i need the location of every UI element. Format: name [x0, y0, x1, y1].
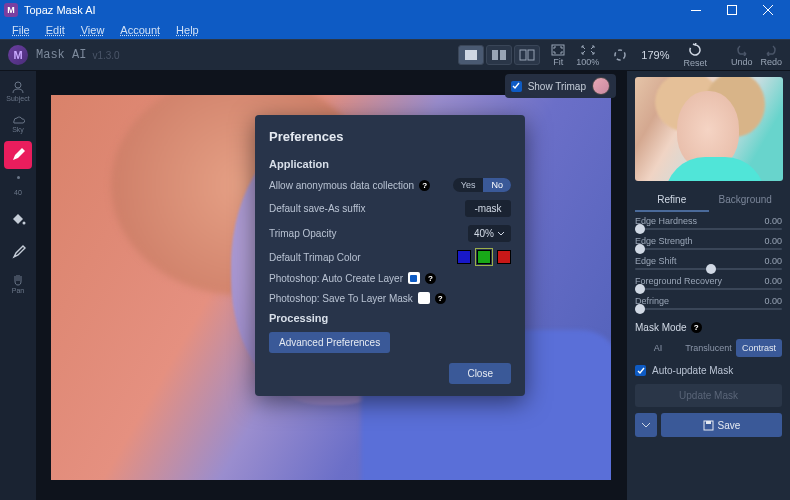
maximize-button[interactable]	[714, 0, 750, 20]
svg-rect-9	[552, 45, 564, 55]
slider-defringe: Defringe0.00	[635, 296, 782, 310]
menu-file[interactable]: File	[4, 22, 38, 38]
menu-edit[interactable]: Edit	[38, 22, 73, 38]
zoom-fit-button[interactable]: Fit	[550, 44, 566, 67]
mask-mode-ai[interactable]: AI	[635, 339, 681, 357]
reset-button[interactable]: Reset	[683, 43, 707, 68]
slider-edge-hardness: Edge Hardness0.00	[635, 216, 782, 230]
undo-button[interactable]: Undo	[731, 44, 753, 67]
tool-fill[interactable]	[4, 205, 32, 233]
suffix-input[interactable]: -mask	[465, 200, 511, 217]
menu-account[interactable]: Account	[112, 22, 168, 38]
show-trimap-toggle[interactable]: Show Trimap	[505, 74, 616, 98]
tool-eyedropper[interactable]	[4, 237, 32, 265]
save-button[interactable]: Save	[661, 413, 782, 437]
svg-point-12	[23, 222, 26, 225]
save-options-button[interactable]	[635, 413, 657, 437]
chevron-down-icon	[497, 231, 505, 236]
data-collection-toggle[interactable]: YesNo	[453, 178, 511, 192]
app-icon: M	[4, 3, 18, 17]
pref-ps-layer-label: Photoshop: Auto Create Layer	[269, 273, 403, 284]
left-toolbar: Subject Sky 40 Pan	[0, 71, 36, 500]
view-mode-group	[458, 45, 540, 65]
mask-mode-label: Mask Mode?	[635, 322, 782, 333]
svg-point-11	[15, 82, 21, 88]
pref-data-label: Allow anonymous data collection	[269, 180, 414, 191]
slider-thumb[interactable]	[635, 244, 645, 254]
dialog-title: Preferences	[269, 129, 511, 144]
pref-suffix-label: Default save-As suffix	[269, 203, 366, 214]
preferences-dialog: Preferences Application Allow anonymous …	[255, 115, 525, 396]
slider-edge-shift: Edge Shift0.00	[635, 256, 782, 270]
version-label: v1.3.0	[92, 50, 119, 61]
auto-update-toggle[interactable]: Auto-update Mask	[635, 365, 782, 376]
dialog-close-button[interactable]: Close	[449, 363, 511, 384]
view-split-button[interactable]	[486, 45, 512, 65]
menu-bar: File Edit View Account Help	[0, 20, 790, 39]
svg-rect-7	[520, 50, 526, 60]
view-single-button[interactable]	[458, 45, 484, 65]
window-titlebar: M Topaz Mask AI	[0, 0, 790, 20]
zoom-100-button[interactable]: 100%	[576, 44, 599, 67]
slider-thumb[interactable]	[635, 224, 645, 234]
color-red[interactable]	[497, 250, 511, 264]
svg-point-10	[615, 50, 625, 60]
slider-foreground-recovery: Foreground Recovery0.00	[635, 276, 782, 290]
mask-mode-translucent[interactable]: Translucent	[683, 339, 734, 357]
svg-rect-5	[492, 50, 498, 60]
tab-background[interactable]: Background	[709, 189, 783, 212]
svg-rect-1	[728, 6, 737, 15]
trimap-color-swatches	[457, 250, 511, 264]
tool-subject[interactable]: Subject	[4, 77, 32, 105]
tool-sky[interactable]: Sky	[4, 109, 32, 137]
svg-rect-8	[528, 50, 534, 60]
tool-pan[interactable]: Pan	[4, 269, 32, 297]
menu-view[interactable]: View	[73, 22, 113, 38]
save-icon	[703, 420, 714, 431]
slider-thumb[interactable]	[635, 304, 645, 314]
svg-rect-4	[465, 50, 477, 60]
trimap-swatch[interactable]	[592, 77, 610, 95]
brand-icon: M	[8, 45, 28, 65]
brand-name: Mask AI	[36, 48, 86, 62]
zoom-percent[interactable]: 179%	[641, 49, 669, 61]
redo-button[interactable]: Redo	[760, 44, 782, 67]
right-panel: Refine Background Edge Hardness0.00 Edge…	[626, 71, 790, 500]
ps-mask-checkbox[interactable]	[418, 292, 430, 304]
help-icon[interactable]: ?	[425, 273, 436, 284]
pref-ps-mask-label: Photoshop: Save To Layer Mask	[269, 293, 413, 304]
trimap-checkbox[interactable]	[511, 81, 522, 92]
help-icon[interactable]: ?	[419, 180, 430, 191]
tool-size[interactable]: 40	[4, 173, 32, 201]
result-preview	[635, 77, 783, 181]
processing-indicator	[613, 48, 627, 62]
trimap-label: Show Trimap	[528, 81, 586, 92]
top-toolbar: M Mask AI v1.3.0 Fit 100% 179% Reset Und…	[0, 39, 790, 71]
window-title: Topaz Mask AI	[24, 4, 678, 16]
minimize-button[interactable]	[678, 0, 714, 20]
help-icon[interactable]: ?	[435, 293, 446, 304]
color-green[interactable]	[477, 250, 491, 264]
pref-opacity-label: Trimap Opacity	[269, 228, 336, 239]
help-icon[interactable]: ?	[691, 322, 702, 333]
opacity-select[interactable]: 40%	[468, 225, 511, 242]
auto-update-checkbox[interactable]	[635, 365, 646, 376]
tab-refine[interactable]: Refine	[635, 189, 709, 212]
svg-rect-14	[706, 421, 711, 424]
ps-layer-checkbox[interactable]	[408, 272, 420, 284]
view-side-button[interactable]	[514, 45, 540, 65]
mask-mode-contrast[interactable]: Contrast	[736, 339, 782, 357]
slider-thumb[interactable]	[635, 284, 645, 294]
tool-brush[interactable]	[4, 141, 32, 169]
section-processing: Processing	[269, 312, 511, 324]
slider-thumb[interactable]	[706, 264, 716, 274]
slider-edge-strength: Edge Strength0.00	[635, 236, 782, 250]
advanced-preferences-button[interactable]: Advanced Preferences	[269, 332, 390, 353]
color-blue[interactable]	[457, 250, 471, 264]
menu-help[interactable]: Help	[168, 22, 207, 38]
update-mask-button[interactable]: Update Mask	[635, 384, 782, 407]
close-button[interactable]	[750, 0, 786, 20]
pref-color-label: Default Trimap Color	[269, 252, 361, 263]
section-application: Application	[269, 158, 511, 170]
svg-rect-6	[500, 50, 506, 60]
